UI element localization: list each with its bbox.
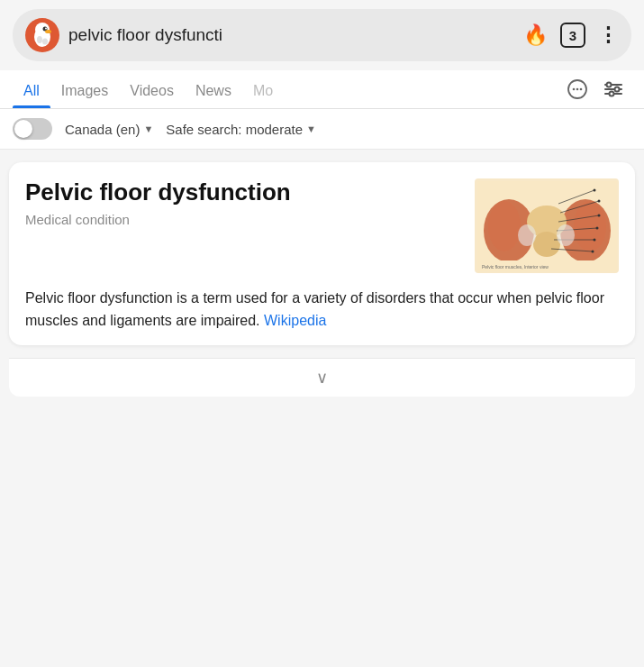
region-chevron-icon: ▼ [143, 123, 153, 134]
svg-point-16 [615, 87, 620, 92]
svg-text:Pelvic floor muscles, Interior: Pelvic floor muscles, Interior view [482, 264, 549, 270]
tab-images[interactable]: Images [50, 70, 119, 108]
region-selector[interactable]: Canada (en) ▼ [65, 122, 153, 137]
svg-point-22 [574, 201, 606, 251]
svg-point-20 [488, 201, 521, 251]
card-description: Pelvic floor dysfunction is a term used … [25, 288, 619, 333]
anatomy-illustration: Pelvic floor muscles, Interior view [475, 178, 619, 273]
svg-point-2 [35, 23, 50, 37]
more-menu-icon[interactable]: ⋮ [598, 23, 619, 47]
svg-point-17 [610, 92, 614, 96]
tab-bar: All Images Videos News Mo [0, 70, 644, 109]
card-header: Pelvic floor dysfunction Medical conditi… [25, 178, 619, 273]
svg-point-5 [45, 30, 51, 33]
search-bar-actions: 🔥 3 ⋮ [523, 23, 619, 48]
svg-point-33 [597, 214, 600, 216]
svg-point-15 [607, 83, 612, 87]
svg-point-35 [593, 238, 595, 241]
expand-panel-button[interactable]: ∨ [9, 358, 635, 397]
svg-point-7 [42, 39, 48, 45]
svg-point-10 [576, 88, 579, 91]
safe-search-selector[interactable]: Safe search: moderate ▼ [166, 122, 316, 137]
search-bar[interactable]: pelvic floor dysfuncti 🔥 3 ⋮ [13, 9, 631, 61]
svg-point-36 [591, 250, 594, 252]
svg-point-4 [45, 28, 47, 30]
chat-icon-button[interactable] [559, 71, 595, 107]
svg-point-34 [595, 226, 598, 229]
search-query-text[interactable]: pelvic floor dysfuncti [68, 25, 514, 45]
toggle-knob [14, 120, 32, 138]
svg-point-11 [580, 88, 583, 91]
expand-chevron-icon: ∨ [316, 368, 328, 388]
svg-point-9 [573, 88, 576, 91]
tab-count-badge[interactable]: 3 [560, 23, 585, 48]
tab-news[interactable]: News [185, 70, 242, 108]
settings-sliders-icon [603, 78, 624, 100]
ddg-logo [25, 18, 59, 52]
svg-point-6 [37, 36, 42, 43]
knowledge-panel-card: Pelvic floor dysfunction Medical conditi… [9, 162, 635, 345]
tab-videos[interactable]: Videos [119, 70, 185, 108]
filter-bar: Canada (en) ▼ Safe search: moderate ▼ [0, 109, 644, 150]
card-title-block: Pelvic floor dysfunction Medical conditi… [25, 178, 462, 227]
card-title: Pelvic floor dysfunction [25, 178, 462, 206]
svg-point-32 [597, 199, 600, 202]
svg-point-24 [533, 232, 560, 257]
card-subtitle: Medical condition [25, 212, 462, 227]
svg-point-37 [518, 224, 536, 246]
svg-point-38 [557, 224, 575, 246]
tab-more[interactable]: Mo [242, 70, 284, 108]
region-toggle[interactable] [13, 118, 52, 140]
filter-icon-button[interactable] [595, 71, 631, 107]
safe-search-chevron-icon: ▼ [306, 123, 316, 134]
chat-bubble-icon [567, 78, 588, 100]
tab-all[interactable]: All [13, 70, 50, 108]
svg-point-31 [593, 188, 595, 191]
wikipedia-link[interactable]: Wikipedia [264, 313, 326, 328]
flame-icon[interactable]: 🔥 [523, 23, 548, 47]
